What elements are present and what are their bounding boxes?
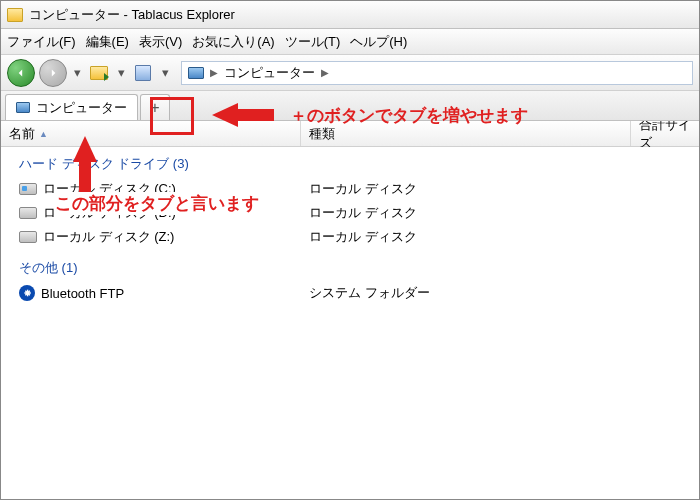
file-list: ハード ディスク ドライブ (3) ローカル ディスク (C:) ローカル ディ…: [1, 147, 699, 309]
group-hdd[interactable]: ハード ディスク ドライブ (3): [1, 151, 699, 177]
item-type: ローカル ディスク: [301, 228, 417, 246]
app-folder-icon: [7, 8, 23, 22]
window-title: コンピューター - Tablacus Explorer: [29, 6, 235, 24]
folder-dropdown[interactable]: ▾: [115, 63, 127, 83]
column-type-label: 種類: [309, 125, 335, 143]
drive-icon: [19, 207, 37, 219]
list-item[interactable]: ローカル ディスク (C:) ローカル ディスク: [1, 177, 699, 201]
arrow-left-icon: [14, 66, 28, 80]
column-total-size[interactable]: 合計サイズ: [631, 121, 699, 146]
computer-icon: [188, 67, 204, 79]
menu-file[interactable]: ファイル(F): [7, 33, 76, 51]
item-type: ローカル ディスク: [301, 180, 417, 198]
forward-button[interactable]: [39, 59, 67, 87]
column-name-label: 名前: [9, 125, 35, 143]
item-name: ローカル ディスク (C:): [43, 180, 176, 198]
menu-edit[interactable]: 編集(E): [86, 33, 129, 51]
item-name: ローカル ディスク (Z:): [43, 228, 174, 246]
chevron-right-icon[interactable]: ▶: [321, 67, 329, 78]
menu-help[interactable]: ヘルプ(H): [350, 33, 407, 51]
breadcrumb-location[interactable]: コンピューター: [224, 64, 315, 82]
item-name: Bluetooth FTP: [41, 286, 124, 301]
refresh-icon: [135, 65, 151, 81]
breadcrumb[interactable]: ▶ コンピューター ▶: [181, 61, 693, 85]
tab-computer[interactable]: コンピューター: [5, 94, 138, 120]
column-headers: 名前 ▲ 種類 合計サイズ: [1, 121, 699, 147]
chevron-right-icon: ▶: [210, 67, 218, 78]
annotation-arrow-tab: [73, 136, 97, 162]
computer-icon: [16, 102, 30, 113]
item-name: ローカル ディスク (D:): [43, 204, 176, 222]
toolbar: ▾ ▾ ▾ ▶ コンピューター ▶: [1, 55, 699, 91]
folder-button[interactable]: [87, 61, 111, 85]
drive-icon: [19, 183, 37, 195]
menu-favorites[interactable]: お気に入り(A): [192, 33, 274, 51]
bluetooth-icon: ⁕: [19, 285, 35, 301]
nav-history-dropdown[interactable]: ▾: [71, 63, 83, 83]
list-item[interactable]: ⁕ Bluetooth FTP システム フォルダー: [1, 281, 699, 305]
column-type[interactable]: 種類: [301, 121, 631, 146]
tabbar: コンピューター +: [1, 91, 699, 121]
refresh-button[interactable]: [131, 61, 155, 85]
sort-asc-icon: ▲: [39, 129, 48, 139]
arrow-right-icon: [46, 66, 60, 80]
back-button[interactable]: [7, 59, 35, 87]
annotation-box-plus: [150, 97, 194, 135]
list-item[interactable]: ローカル ディスク (Z:) ローカル ディスク: [1, 225, 699, 249]
menubar: ファイル(F) 編集(E) 表示(V) お気に入り(A) ツール(T) ヘルプ(…: [1, 29, 699, 55]
item-type: ローカル ディスク: [301, 204, 417, 222]
item-type: システム フォルダー: [301, 284, 430, 302]
titlebar: コンピューター - Tablacus Explorer: [1, 1, 699, 29]
annotation-arrow-plus: [212, 103, 238, 127]
refresh-dropdown[interactable]: ▾: [159, 63, 171, 83]
drive-icon: [19, 231, 37, 243]
menu-tools[interactable]: ツール(T): [285, 33, 341, 51]
menu-view[interactable]: 表示(V): [139, 33, 182, 51]
tab-label: コンピューター: [36, 99, 127, 117]
group-other[interactable]: その他 (1): [1, 255, 699, 281]
folder-icon: [90, 66, 108, 80]
list-item[interactable]: ローカル ディスク (D:) ローカル ディスク: [1, 201, 699, 225]
